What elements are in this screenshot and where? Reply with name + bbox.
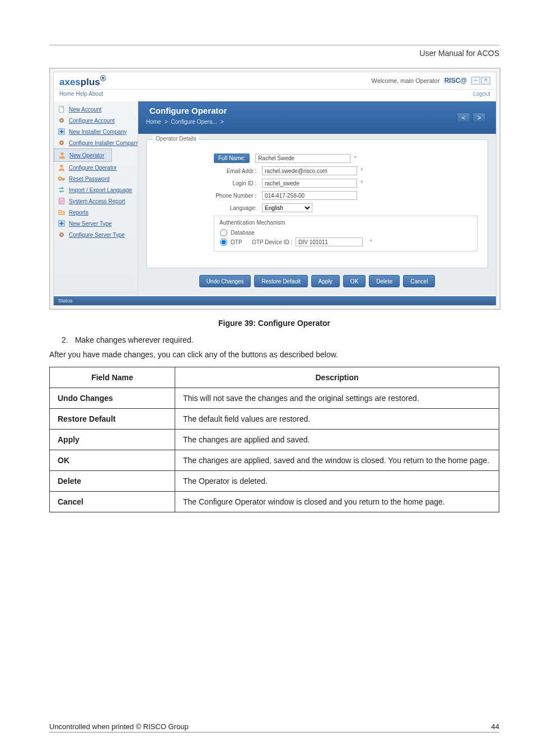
folder-icon [57,208,66,216]
doc-icon [57,105,66,113]
sidebar-item-label: Configure Account [69,118,115,124]
apply-button[interactable]: Apply [311,275,340,287]
page-footer: Uncontrolled when printed © RISCO Group … [49,722,499,732]
crumb-sep2: > [221,119,224,125]
pager: < > [457,113,486,123]
label-otp-device: OTP Device ID : [252,239,292,245]
language-select[interactable]: English [262,203,312,212]
operator-details-panel: Operator Details Full Name: * Email Addr… [146,139,488,268]
svg-point-6 [60,152,63,155]
plus-icon [57,128,66,136]
sidebar-item-label: Reports [69,209,88,216]
logout-link[interactable]: Logout [473,91,490,101]
login-input[interactable] [262,179,357,188]
close-icon[interactable]: × [481,77,490,85]
crumb-sep: > [165,119,168,125]
radio-database[interactable] [220,229,227,236]
cell-field-name: Cancel [50,492,175,512]
status-bar: Status [54,296,496,305]
cell-description: The Operator is deleted. [175,471,499,492]
sidebar-item[interactable]: New Installer Company [54,126,138,137]
user-icon [58,151,67,159]
svg-point-5 [61,142,63,144]
undo-changes-button[interactable]: Undo Changes [199,275,251,287]
arrows-icon [57,186,66,194]
sidebar-item[interactable]: Configure Operator [54,162,138,173]
sidebar-item-label: New Operator [69,152,104,158]
app-screenshot: axesplus® Welcome, main Operator RISC@ –… [49,68,500,310]
svg-rect-0 [59,106,64,113]
otp-device-input[interactable] [296,237,363,246]
phone-input[interactable] [262,191,357,200]
sidebar-item[interactable]: New Operator [54,148,112,162]
delete-button[interactable]: Delete [369,275,400,287]
svg-point-8 [59,177,62,180]
action-button-row: Undo Changes Restore Default Apply OK De… [146,275,488,287]
crumb-home[interactable]: Home [146,119,161,125]
auth-legend: Authentication Mechanism [218,220,287,226]
pager-prev-button[interactable]: < [457,113,470,123]
sidebar-item[interactable]: Configure Account [54,115,138,126]
sidebar-item[interactable]: Configure Server Type [54,229,138,240]
doc-header-title: User Manual for ACOS [49,49,499,58]
menu-bar: Home Help About Logout [54,90,496,102]
sidebar-item[interactable]: System Access Report [54,195,138,207]
table-row: Restore DefaultThe default field values … [50,409,499,430]
sidebar-item-label: Reset Password [69,176,110,182]
table-row: OKThe changes are applied, saved and the… [50,450,499,471]
sidebar-item[interactable]: Reset Password [54,173,138,184]
cell-field-name: OK [50,450,175,471]
main-area: Configure Operator Home > Configure Oper… [138,101,496,295]
page-header-bar: Configure Operator Home > Configure Oper… [138,101,496,134]
cell-description: The Configure Operator window is closed … [175,492,499,512]
app-brand: axesplus® [59,74,106,88]
panel-legend: Operator Details [153,136,199,142]
breadcrumb: Home > Configure Opera... > [146,119,488,125]
label-phone: Phone Number : [214,193,262,199]
cell-description: The changes are applied and saved. [175,430,499,450]
label-fullname: Full Name: [214,153,250,163]
cell-field-name: Delete [50,471,175,492]
cancel-button[interactable]: Cancel [403,275,435,287]
gear-icon [57,116,66,124]
cell-description: This will not save the changes and the o… [175,388,499,409]
minimize-icon[interactable]: – [471,77,480,85]
sidebar-item-label: New Installer Company [69,129,127,135]
user-icon [57,164,66,171]
pager-next-button[interactable]: > [472,113,486,123]
brand-tm: ® [100,74,106,83]
sidebar-item[interactable]: Import / Export Language [54,184,138,195]
email-input[interactable] [262,166,357,175]
plus-icon [57,220,66,227]
radio-otp[interactable] [220,239,227,246]
label-language: Language: [214,205,262,211]
label-otp: OTP [231,239,242,245]
welcome-text: Welcome, main Operator [372,77,440,84]
ok-button[interactable]: OK [343,275,366,287]
sidebar-item-label: Configure Operator [69,165,117,171]
footer-left: Uncontrolled when printed © RISCO Group [49,722,189,731]
menu-items[interactable]: Home Help About [59,91,103,101]
fullname-input[interactable] [255,154,350,163]
sidebar-item[interactable]: Reports [54,207,138,218]
restore-default-button[interactable]: Restore Default [254,275,307,287]
sidebar-item[interactable]: New Account [54,104,138,115]
th-field-name: Field Name [50,367,175,388]
figure-caption: Figure 39: Configure Operator [49,319,499,328]
crumb-current: Configure Opera... [171,119,217,125]
sidebar-item-label: Configure Installer Company [69,140,138,146]
sidebar-item-label: Configure Server Type [69,232,125,238]
sidebar-item[interactable]: New Server Type [54,218,138,229]
table-row: ApplyThe changes are applied and saved. [50,430,499,450]
brand-axes: axes [59,76,81,87]
svg-point-12 [61,234,63,236]
sidebar-item[interactable]: Configure Installer Company [54,137,138,148]
gear-icon [57,231,66,239]
svg-point-7 [60,165,63,167]
report-icon [57,197,66,205]
th-description: Description [175,367,499,388]
label-database: Database [231,230,255,236]
footer-page-number: 44 [491,722,499,731]
app-titlebar: axesplus® Welcome, main Operator RISC@ –… [54,72,496,90]
brand-plus: plus [81,76,100,87]
